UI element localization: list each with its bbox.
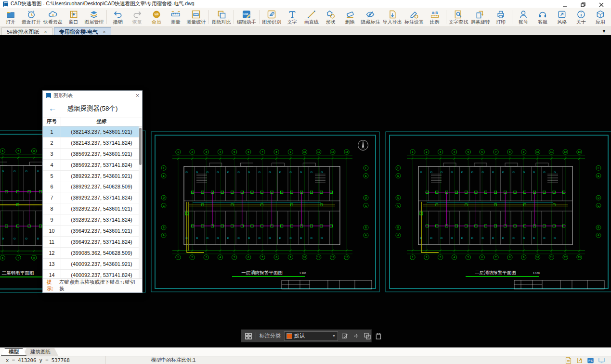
annotation-class-dropdown[interactable]: 默认 ▼: [284, 331, 338, 341]
toolbar-shape-recognition-button[interactable]: 图形识别: [261, 8, 283, 26]
toolbar-redo-button[interactable]: 恢复: [128, 8, 147, 26]
info-icon: [576, 10, 586, 19]
graphic-list-row[interactable]: 7(389292.237, 537141.824): [43, 192, 142, 203]
svg-text:6: 6: [481, 256, 483, 259]
svg-text:D: D: [365, 196, 367, 199]
graphic-list-row[interactable]: 14(400092.237, 537141.824): [43, 270, 142, 278]
svg-text:F: F: [397, 166, 399, 169]
cad-sheet-3[interactable]: 1122334455667788991010111112121313FFEEDD…: [385, 131, 611, 293]
toolbar-label: 打印: [496, 20, 506, 25]
toolbar-label: 形状: [326, 20, 336, 25]
graphic-list-row[interactable]: 11(396492.237, 537141.824): [43, 237, 142, 248]
graphic-list-row[interactable]: 8(392892.237, 543601.921): [43, 203, 142, 214]
layout-tab-sheet[interactable]: 建筑图纸: [23, 348, 58, 356]
toolbar-shapes-button[interactable]: 形状: [321, 8, 340, 26]
toolbar-label: 画直线: [304, 20, 319, 25]
restore-button[interactable]: [580, 1, 586, 7]
doc-tab-label: 专用宿舍楼-电气: [59, 28, 98, 36]
row-index: 3: [43, 149, 61, 159]
toolbar-vip-member-button[interactable]: VIP会员: [147, 8, 166, 26]
graphic-list-row[interactable]: 9(392892.237, 537141.824): [43, 214, 142, 226]
toolbar-service-button[interactable]: 客服: [533, 8, 552, 26]
toolbar-hide-annotation-button[interactable]: 隐藏标注: [360, 8, 381, 26]
cursor-coordinates: x = 413206 y = 537768: [0, 357, 105, 363]
toolbar-style-button[interactable]: 风格: [552, 8, 572, 26]
annotation-paste-icon[interactable]: [375, 332, 382, 340]
toolbar-draw-line-button[interactable]: 画直线: [302, 8, 321, 26]
graphic-list-row[interactable]: 5(389292.237, 543601.921): [43, 171, 142, 182]
toolbar-recent-open-button[interactable]: 最近打开: [20, 8, 42, 26]
display-setting-icon[interactable]: [598, 357, 605, 364]
tab-close-icon[interactable]: ×: [44, 29, 47, 35]
dialog-close-icon[interactable]: ×: [136, 93, 139, 99]
graphic-list-row[interactable]: 10(396492.237, 543601.921): [43, 226, 142, 237]
toolbar-measure-button[interactable]: 测量: [166, 8, 185, 26]
toolbar-drawing-compare-button[interactable]: 图纸对比: [210, 8, 232, 26]
svg-text:9: 9: [290, 151, 291, 153]
toolbar-edit-assistant-button[interactable]: CAD编辑助手: [235, 8, 257, 26]
toolbar-text-button[interactable]: 文字: [283, 8, 302, 26]
compare-icon: [217, 10, 226, 19]
toolbar-window-button[interactable]: 窗口: [64, 8, 83, 26]
graphic-list-row[interactable]: 13(400092.237, 543601.921): [43, 259, 142, 270]
svg-text:D: D: [598, 196, 599, 199]
dialog-titlebar[interactable]: 图形列表 ×: [43, 91, 142, 100]
printer-icon: [496, 10, 506, 19]
svg-text:F: F: [598, 166, 599, 169]
annotation-move-icon[interactable]: [352, 332, 360, 340]
svg-text:6: 6: [2, 150, 3, 152]
toolbar-undo-button[interactable]: 撤销: [108, 8, 128, 26]
layout-tab-model[interactable]: 模型: [1, 348, 26, 356]
doc-tab-inactive[interactable]: 5#给排水图纸×: [1, 27, 52, 36]
tab-close-icon[interactable]: ×: [103, 29, 105, 35]
toolbar-import-export-button[interactable]: 导入导出: [381, 8, 403, 26]
window-titlebar: CAD快速看图 - C:\Users\ruohan\Desktop\CAD快速看…: [0, 0, 611, 8]
row-coordinate: (382143.237, 543601.921): [61, 126, 142, 137]
pdf-to-cad-icon[interactable]: P-C: [587, 357, 594, 364]
svg-text:13: 13: [345, 151, 348, 153]
svg-text:8: 8: [33, 150, 35, 152]
scrollbar-track[interactable]: [139, 126, 142, 278]
graphic-list-row[interactable]: 4(385692.237, 537141.824): [43, 160, 142, 171]
toolbar-scale-button[interactable]: A:B比例: [425, 8, 444, 26]
toolbar-account-button[interactable]: 账号: [514, 8, 533, 26]
doc-tab-active[interactable]: 专用宿舍楼-电气×: [54, 27, 111, 36]
scrollbar-thumb[interactable]: [139, 128, 142, 165]
minimize-button[interactable]: [562, 1, 568, 7]
back-arrow-icon[interactable]: ←: [49, 104, 57, 113]
toolbar-label: 文字查找: [449, 20, 468, 25]
annotation-classify-bar: 标注分类 默认 ▼: [241, 329, 372, 342]
svg-text:3: 3: [206, 256, 207, 259]
toolbar-collapse-icon[interactable]: ▼: [602, 29, 606, 34]
text-doc-icon[interactable]: [565, 357, 572, 364]
row-coordinate: (392892.237, 537141.824): [61, 214, 142, 225]
annotation-edit-icon[interactable]: [341, 332, 349, 340]
close-button[interactable]: [598, 1, 604, 7]
toolbar-about-button[interactable]: 关于: [572, 8, 591, 26]
toolbar-print-button[interactable]: 打印: [491, 8, 510, 26]
toolbar-apps-button[interactable]: 应用: [591, 8, 610, 26]
eye-slash-icon: [365, 10, 375, 19]
cad-sheet-2[interactable]: 1122334455667788991010111112121313FFEEDD…: [150, 131, 380, 293]
svg-text:7: 7: [262, 256, 263, 259]
svg-text:A: A: [397, 234, 399, 237]
toolbar-layer-manage-button[interactable]: 图层管理: [83, 8, 105, 26]
toolbar-annotation-settings-button[interactable]: 标注设置: [403, 8, 425, 26]
toolbar-delete-button[interactable]: 删除: [340, 8, 360, 26]
annotation-grid-icon[interactable]: [245, 332, 252, 340]
toolbar-find-text-button[interactable]: 文字查找: [448, 8, 469, 26]
toolbar-cloud-drive-button[interactable]: 快看云盘: [42, 8, 64, 26]
svg-text:2: 2: [426, 256, 427, 259]
row-coordinate: (389292.237, 543601.921): [61, 171, 142, 181]
graphic-list-row[interactable]: 12(399085.362, 540628.509): [43, 248, 142, 259]
graphic-list-row[interactable]: 6(389292.237, 540628.509): [43, 181, 142, 192]
graphic-list-row[interactable]: 1(382143.237, 543601.921): [43, 126, 142, 138]
svg-text:11: 11: [317, 151, 320, 153]
toolbar-measure-stats-button[interactable]: 测量统计: [185, 8, 207, 26]
pdf-export-icon[interactable]: [576, 357, 583, 364]
toolbar-screen-rotate-button[interactable]: 屏幕旋转: [469, 8, 491, 26]
toolbar-open-button[interactable]: 打开: [1, 8, 20, 26]
annotation-copy-icon[interactable]: [364, 332, 371, 340]
graphic-list-row[interactable]: 2(382143.237, 537141.824): [43, 138, 142, 149]
graphic-list-row[interactable]: 3(385692.237, 543601.921): [43, 149, 142, 160]
